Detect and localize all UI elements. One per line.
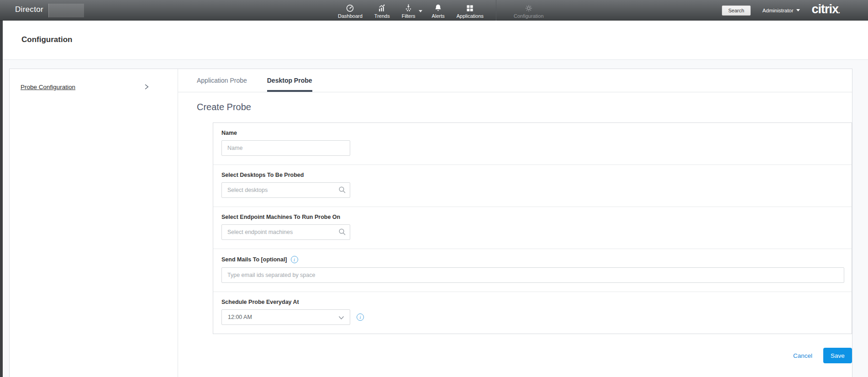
nav-item-dashboard[interactable]: Dashboard [332, 0, 368, 21]
probe-tabs: Application Probe Desktop Probe [178, 69, 852, 92]
schedule-time-select[interactable]: 12:00 AM [221, 309, 350, 325]
field-label: Select Endpoint Machines To Run Probe On [221, 214, 843, 220]
page-title: Configuration [21, 35, 72, 44]
director-brand: Director [15, 5, 43, 14]
sidebar-item-probe-configuration[interactable]: Probe Configuration [21, 83, 167, 91]
search-button[interactable]: Search [722, 5, 751, 16]
field-row-name: Name [213, 123, 852, 165]
nav-item-trends[interactable]: Trends [368, 0, 396, 21]
configuration-gear-icon [525, 4, 533, 12]
field-row-endpoints: Select Endpoint Machines To Run Probe On [213, 207, 852, 249]
user-menu-label: Administrator [763, 8, 794, 13]
nav-label: Dashboard [338, 13, 363, 19]
sidebar-item-label: Probe Configuration [21, 84, 75, 90]
endpoints-search-wrap [221, 224, 350, 240]
nav-label: Configuration [514, 13, 543, 19]
filters-caret-icon [419, 10, 422, 12]
chevron-down-icon [337, 314, 345, 324]
field-label: Schedule Probe Everyday At [221, 299, 843, 305]
create-probe-form: Create Probe Name Select Desktops To Be … [178, 92, 852, 363]
form-title: Create Probe [197, 102, 852, 112]
brand-placeholder-box [48, 4, 84, 17]
selected-time-value: 12:00 AM [228, 314, 252, 320]
nav-label: Trends [374, 13, 390, 19]
nav-item-applications[interactable]: Applications [451, 0, 489, 21]
nav-label: Filters [402, 13, 416, 19]
save-button[interactable]: Save [823, 348, 852, 363]
sidebar: Probe Configuration [10, 69, 178, 377]
form-fields-box: Name Select Desktops To Be Probed Sel [213, 122, 852, 334]
filters-icon [404, 4, 413, 12]
content-area: Application Probe Desktop Probe Create P… [178, 69, 852, 377]
citrix-logo: citrix. [812, 0, 840, 21]
window-edge-strip [0, 21, 3, 377]
nav-item-filters[interactable]: Filters [396, 0, 421, 21]
alerts-bell-icon [434, 4, 442, 12]
field-row-send-mails: Send Mails To [optional] i [213, 249, 852, 292]
tab-application-probe[interactable]: Application Probe [197, 69, 247, 92]
nav-item-alerts[interactable]: Alerts [426, 0, 451, 21]
chevron-right-icon [143, 83, 150, 93]
chevron-down-icon [796, 9, 800, 11]
field-label: Name [221, 130, 843, 136]
nav-item-configuration[interactable]: Configuration [505, 0, 552, 21]
info-icon[interactable]: i [291, 256, 298, 263]
search-icon[interactable] [338, 186, 346, 196]
page-title-band: Configuration [3, 21, 868, 60]
field-row-schedule: Schedule Probe Everyday At 12:00 AM i [213, 292, 852, 334]
select-endpoint-machines-input[interactable] [221, 224, 350, 240]
cancel-button[interactable]: Cancel [793, 352, 812, 359]
topbar-right-group: Search Administrator citrix. [722, 0, 840, 21]
field-row-desktops: Select Desktops To Be Probed [213, 165, 852, 207]
field-label: Select Desktops To Be Probed [221, 172, 843, 178]
dashboard-gauge-icon [346, 4, 354, 12]
main-panel: Probe Configuration Application Probe De… [9, 69, 852, 377]
info-icon[interactable]: i [357, 313, 364, 321]
select-desktops-input[interactable] [221, 182, 350, 198]
nav-label: Alerts [432, 13, 445, 19]
email-ids-input[interactable] [221, 267, 844, 283]
applications-grid-icon [466, 4, 474, 12]
search-icon[interactable] [338, 228, 346, 238]
user-menu[interactable]: Administrator [763, 8, 800, 13]
field-label: Send Mails To [optional] [221, 256, 287, 263]
desktops-search-wrap [221, 182, 350, 198]
probe-name-input[interactable] [221, 140, 350, 156]
primary-nav: Dashboard Trends Filters Alerts Appli [332, 0, 553, 21]
trends-chart-icon [378, 4, 386, 12]
tab-desktop-probe[interactable]: Desktop Probe [267, 69, 312, 92]
top-navigation-bar: Director Dashboard Trends Filters A [0, 0, 868, 21]
nav-divider [496, 0, 496, 21]
nav-label: Applications [457, 13, 484, 19]
form-footer: Cancel Save [213, 348, 852, 363]
